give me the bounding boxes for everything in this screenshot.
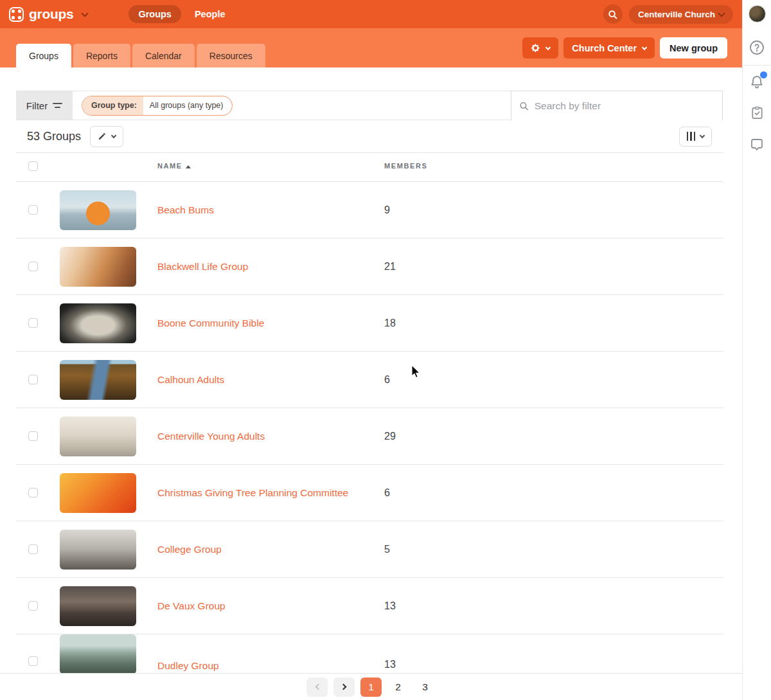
sort-ascending-icon (186, 165, 191, 168)
group-member-count: 29 (384, 431, 396, 442)
table-row: College Group 5 (16, 521, 723, 578)
rail-divider (743, 65, 771, 66)
group-thumbnail[interactable] (60, 417, 136, 456)
church-center-dropdown-button[interactable]: Church Center (563, 37, 655, 58)
group-thumbnail[interactable] (60, 303, 136, 343)
group-name-link[interactable]: Dudley Group (157, 660, 219, 672)
church-center-label: Church Center (572, 43, 637, 53)
row-checkbox[interactable] (28, 431, 38, 441)
tab-calendar[interactable]: Calendar (132, 44, 195, 67)
group-name-link[interactable]: Boone Community Bible (157, 318, 264, 329)
group-type-value: All groups (any type) (143, 96, 233, 115)
question-circle-icon (749, 40, 765, 55)
page-2-button[interactable]: 2 (387, 678, 409, 697)
table-row: Blackwell Life Group 21 (16, 238, 723, 295)
filter-toggle-button[interactable]: Filter (16, 91, 73, 120)
group-name-link[interactable]: Centerville Young Adults (157, 431, 265, 442)
right-rail (742, 0, 771, 700)
row-checkbox[interactable] (28, 601, 38, 611)
notification-badge (760, 71, 767, 78)
chat-button[interactable] (749, 136, 765, 153)
chevron-down-icon (545, 44, 551, 49)
filter-bar: Filter Group type: All groups (any type) (16, 91, 723, 120)
bulk-edit-dropdown-button[interactable] (90, 126, 123, 147)
chevron-down-icon (111, 133, 116, 138)
chat-bubble-icon (749, 137, 765, 152)
filter-search-box (511, 91, 723, 120)
table-row: De Vaux Group 13 (16, 578, 723, 634)
next-page-button[interactable] (333, 678, 355, 697)
group-thumbnail[interactable] (60, 586, 136, 626)
search-by-filter-input[interactable] (535, 100, 714, 112)
group-name-link[interactable]: Calhoun Adults (157, 374, 224, 386)
tab-resources[interactable]: Resources (197, 44, 265, 67)
row-checkbox[interactable] (28, 205, 38, 215)
columns-icon (687, 132, 696, 141)
help-button[interactable] (749, 39, 765, 56)
top-bar-right: Centerville Church (603, 4, 733, 24)
list-header: 53 Groups (16, 120, 723, 153)
settings-dropdown-button[interactable] (522, 37, 558, 58)
group-member-count: 6 (384, 487, 390, 499)
group-thumbnail[interactable] (60, 473, 136, 513)
table-row: Christmas Giving Tree Planning Committee… (16, 465, 723, 521)
account-switcher[interactable]: Centerville Church (629, 5, 733, 24)
new-group-button[interactable]: New group (660, 37, 727, 58)
top-nav: Groups People (128, 5, 235, 23)
search-icon (519, 101, 529, 111)
tab-reports[interactable]: Reports (73, 44, 130, 67)
notifications-button[interactable] (749, 73, 765, 90)
chevron-down-icon (82, 10, 89, 17)
group-thumbnail[interactable] (60, 360, 136, 400)
row-checkbox[interactable] (28, 488, 38, 498)
user-avatar[interactable] (749, 5, 766, 22)
tasks-button[interactable] (749, 104, 765, 121)
top-nav-groups[interactable]: Groups (128, 5, 181, 23)
app-name: groups (29, 6, 73, 22)
tab-bar: Groups Reports Calendar Resources Church… (0, 28, 742, 67)
group-member-count: 21 (384, 261, 396, 273)
group-name-link[interactable]: De Vaux Group (157, 600, 226, 612)
group-member-count: 18 (384, 318, 396, 329)
select-all-checkbox[interactable] (28, 161, 38, 171)
row-checkbox[interactable] (28, 375, 38, 384)
group-name-link[interactable]: College Group (157, 544, 222, 555)
row-checkbox[interactable] (28, 262, 38, 271)
column-header-name[interactable]: NAME (157, 162, 191, 170)
toolbar-buttons: Church Center New group (522, 37, 727, 58)
top-bar: groups Groups People Centerville Church (0, 0, 742, 28)
group-type-filter-chip[interactable]: Group type: All groups (any type) (82, 96, 233, 116)
row-checkbox[interactable] (28, 318, 38, 328)
page-1-button[interactable]: 1 (360, 678, 382, 697)
group-thumbnail[interactable] (60, 190, 136, 230)
account-name: Centerville Church (638, 10, 715, 19)
global-search-button[interactable] (603, 4, 623, 24)
groups-logo-icon (9, 7, 24, 22)
page-3-button[interactable]: 3 (414, 678, 436, 697)
filter-label: Filter (26, 100, 48, 111)
row-checkbox[interactable] (28, 656, 38, 666)
chevron-down-icon (700, 133, 705, 138)
tab-groups[interactable]: Groups (16, 44, 71, 67)
table-row: Centerville Young Adults 29 (16, 408, 723, 465)
app-switcher[interactable]: groups (9, 6, 87, 22)
gear-icon (531, 43, 540, 53)
main-content: Filter Group type: All groups (any type)… (0, 67, 742, 700)
row-checkbox[interactable] (28, 544, 38, 554)
group-name-link[interactable]: Beach Bums (157, 204, 214, 216)
columns-dropdown-button[interactable] (679, 127, 713, 147)
clipboard-check-icon (750, 105, 765, 120)
pagination-bar: 1 2 3 (0, 674, 742, 700)
table-header-row: NAME MEMBERS (16, 153, 723, 182)
group-thumbnail[interactable] (60, 530, 136, 570)
group-member-count: 13 (384, 659, 396, 670)
top-nav-people[interactable]: People (185, 5, 235, 23)
group-thumbnail[interactable] (60, 247, 136, 287)
group-thumbnail[interactable] (60, 634, 136, 674)
chevron-right-icon (340, 684, 346, 690)
column-header-members: MEMBERS (384, 162, 427, 170)
previous-page-button[interactable] (306, 678, 328, 697)
group-name-link[interactable]: Blackwell Life Group (157, 261, 248, 273)
group-name-link[interactable]: Christmas Giving Tree Planning Committee (157, 487, 348, 499)
table-row: Boone Community Bible 18 (16, 295, 723, 352)
